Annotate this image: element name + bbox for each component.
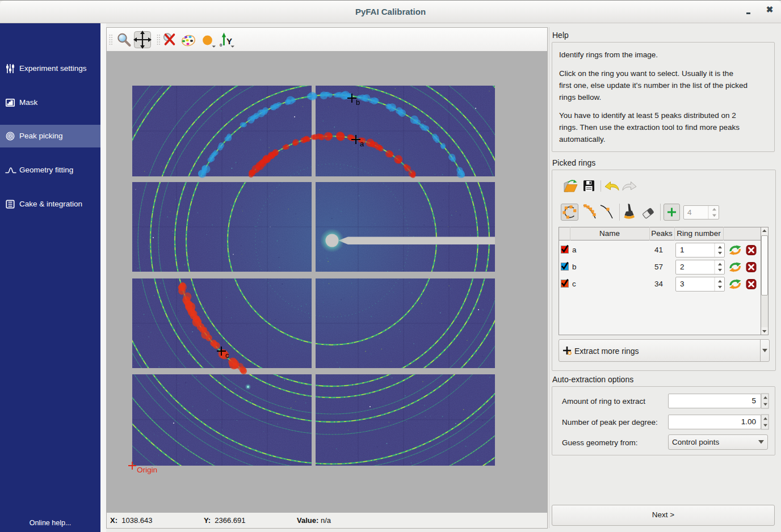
svg-text:0: 0 xyxy=(220,43,222,48)
svg-text:a: a xyxy=(360,140,364,148)
svg-text:c: c xyxy=(225,351,229,360)
svg-text:Origin: Origin xyxy=(137,466,157,474)
svg-text:b: b xyxy=(356,98,360,107)
svg-text:Y: Y xyxy=(226,36,232,46)
